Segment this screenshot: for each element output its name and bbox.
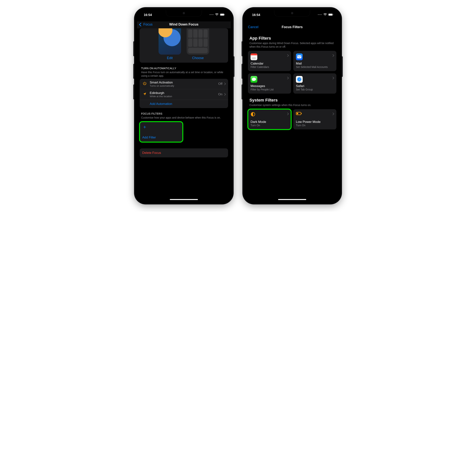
choose-button[interactable]: Choose (187, 56, 209, 60)
chevron-right-icon (332, 112, 334, 116)
cell-dots-icon: •••• (318, 13, 322, 16)
page-title: Focus Filters (245, 25, 339, 29)
app-filter-safari[interactable]: Safari Set Tab Group (293, 73, 336, 94)
notch (274, 10, 310, 17)
add-filter-tile[interactable]: ＋ Add Filter (140, 122, 183, 142)
row-title: Edinburgh (150, 91, 216, 95)
wifi-icon (215, 13, 219, 16)
app-filters-desc: Customise apps during Wind Down Focus. S… (249, 41, 335, 49)
phone-left: 16:54 •••• Focus Wind Down Focus (134, 7, 233, 204)
tile-label: Messages (251, 84, 288, 88)
svg-rect-1 (220, 14, 224, 16)
system-filter-low-power[interactable]: Low Power Mode Turn On (293, 109, 336, 130)
calendar-icon (251, 53, 257, 60)
row-title: Smart Activation (150, 81, 216, 84)
wifi-icon (323, 13, 327, 16)
tile-sub: Filter Calendars (251, 66, 288, 68)
svg-rect-6 (297, 55, 301, 58)
auto-section-desc: Have this Focus turn on automatically at… (141, 70, 227, 78)
app-filter-messages[interactable]: Messages Filter by People List (248, 73, 291, 94)
messages-icon (251, 76, 257, 83)
chevron-right-icon (332, 54, 334, 57)
row-value: On (218, 92, 222, 96)
home-indicator[interactable] (170, 199, 198, 200)
automation-list: Smart Activation Turns on automatically … (140, 79, 228, 108)
app-filter-calendar[interactable]: Calendar Filter Calendars (248, 51, 291, 71)
chevron-right-icon (286, 112, 288, 116)
chevron-right-icon (223, 92, 225, 96)
cancel-button[interactable]: Cancel (248, 25, 258, 29)
chevron-right-icon (286, 76, 288, 80)
svg-rect-12 (297, 113, 298, 114)
tile-label: Calendar (251, 62, 288, 66)
plus-icon: ＋ (142, 124, 180, 129)
row-sub: While at this location (150, 95, 216, 98)
dark-mode-icon (251, 112, 255, 117)
nav-bar: Cancel Focus Filters (245, 24, 339, 31)
power-icon (142, 82, 147, 86)
add-filter-label: Add Filter (142, 136, 180, 139)
sheet-behind-layer (247, 21, 337, 22)
tile-sub: Filter by People List (251, 88, 288, 91)
screen-customise-card: Edit Choose (140, 28, 228, 63)
filters-section-title: FOCUS FILTERS (141, 112, 227, 115)
tile-sub: Turn On (251, 124, 288, 127)
edit-button[interactable]: Edit (159, 56, 181, 60)
status-time: 16:54 (252, 13, 260, 17)
location-arrow-icon (142, 92, 147, 97)
tile-label: Mail (296, 62, 334, 66)
svg-rect-2 (224, 14, 225, 15)
chevron-right-icon (332, 76, 334, 80)
svg-rect-13 (301, 113, 302, 114)
smart-activation-row[interactable]: Smart Activation Turns on automatically … (140, 79, 228, 89)
home-screen-preview[interactable] (187, 28, 209, 55)
tile-label: Dark Mode (251, 120, 288, 124)
tile-sub: Set Tab Group (296, 88, 334, 91)
system-filters-title: System Filters (249, 98, 335, 103)
delete-focus-button[interactable]: Delete Focus (140, 148, 228, 157)
app-filter-mail[interactable]: Mail Set Selected Mail Accounts (293, 51, 336, 71)
home-indicator[interactable] (278, 199, 306, 200)
low-power-icon (296, 112, 301, 117)
location-row[interactable]: Edinburgh While at this location On (140, 89, 228, 100)
tile-label: Safari (296, 84, 334, 88)
tile-sub: Set Selected Mail Accounts (296, 66, 334, 68)
app-filters-title: App Filters (249, 36, 335, 41)
chevron-right-icon (286, 54, 288, 57)
status-time: 16:54 (144, 13, 152, 17)
tile-label: Low Power Mode (296, 120, 334, 124)
filters-section-desc: Customise how your apps and device behav… (141, 116, 227, 119)
back-button[interactable]: Focus (140, 22, 153, 26)
mail-icon (296, 53, 303, 60)
row-sub: Turns on automatically (150, 84, 216, 87)
tile-sub: Turn On (296, 124, 334, 127)
add-automation-button[interactable]: Add Automation (140, 100, 228, 108)
back-label: Focus (143, 22, 153, 26)
auto-section-title: TURN ON AUTOMATICALLY (141, 67, 227, 70)
battery-icon (220, 13, 225, 16)
svg-rect-4 (329, 14, 333, 16)
lock-screen-preview[interactable] (159, 28, 181, 55)
system-filters-desc: Customise system settings when this Focu… (249, 103, 335, 107)
notch (166, 10, 202, 17)
system-filter-dark-mode[interactable]: Dark Mode Turn On (248, 109, 291, 130)
row-value: Off (218, 82, 222, 86)
nav-bar: Focus Wind Down Focus (137, 21, 231, 28)
safari-icon (296, 76, 303, 83)
svg-rect-5 (333, 14, 333, 15)
phone-right: 16:54 •••• Cancel Focus Filters App Filt… (243, 7, 342, 204)
battery-icon (328, 13, 333, 16)
cell-dots-icon: •••• (209, 13, 214, 16)
chevron-right-icon (223, 82, 225, 86)
